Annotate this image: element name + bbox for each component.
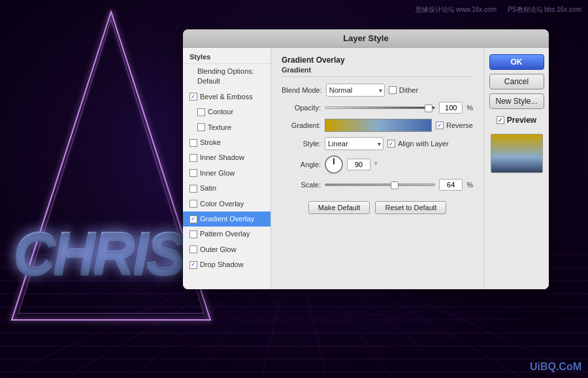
chris-text: CHRIS (13, 219, 183, 287)
angle-dial[interactable] (325, 155, 343, 174)
contour-checkbox[interactable] (197, 108, 205, 116)
stroke-checkbox[interactable] (189, 139, 197, 147)
color-overlay-checkbox[interactable] (189, 200, 197, 208)
section-subtitle: Gradient (282, 66, 473, 77)
satin-item[interactable]: Satin (183, 181, 270, 196)
pattern-overlay-label: Pattern Overlay (200, 229, 250, 239)
gradient-preview[interactable] (325, 119, 432, 132)
angle-row: Angle: ° (282, 155, 473, 174)
inner-shadow-label: Inner Shadow (200, 153, 244, 163)
layer-style-dialog: Layer Style Styles Blending Options: Def… (183, 29, 549, 289)
align-layer-label: Align with Layer (398, 140, 449, 148)
styles-list: Blending Options: Default Bevel & Emboss… (183, 64, 270, 289)
bottom-buttons: Make Default Reset to Default (282, 201, 473, 214)
gradient-overlay-item[interactable]: Gradient Overlay (183, 212, 270, 227)
stroke-item[interactable]: Stroke (183, 135, 270, 150)
outer-glow-checkbox[interactable] (189, 245, 197, 253)
blend-mode-dropdown[interactable]: Normal (326, 84, 385, 97)
angle-label: Angle: (282, 161, 321, 168)
opacity-unit: % (466, 104, 473, 112)
preview-label: Preview (507, 116, 536, 125)
scale-slider[interactable] (325, 183, 435, 186)
contour-label: Contour (208, 107, 233, 117)
opacity-row: Opacity: % (282, 102, 473, 114)
styles-panel: Styles Blending Options: Default Bevel &… (183, 48, 271, 289)
new-style-button[interactable]: New Style... (489, 93, 544, 109)
actions-panel: OK Cancel New Style... Preview (483, 48, 549, 289)
blending-options-label: Blending Options: Default (197, 67, 254, 85)
inner-shadow-checkbox[interactable] (189, 154, 197, 162)
watermark-bottom-right: UiBQ.CoM (530, 361, 581, 373)
ok-button[interactable]: OK (489, 54, 544, 70)
outer-glow-item[interactable]: Outer Glow (183, 242, 270, 257)
cancel-button[interactable]: Cancel (489, 74, 544, 89)
inner-glow-checkbox[interactable] (189, 169, 197, 177)
gradient-row: Gradient: Reverse (282, 119, 473, 132)
drop-shadow-label: Drop Shadow (200, 260, 244, 270)
reset-default-button[interactable]: Reset to Default (375, 201, 446, 214)
color-overlay-item[interactable]: Color Overlay (183, 197, 270, 212)
bevel-emboss-item[interactable]: Bevel & Emboss (183, 89, 270, 104)
reverse-option[interactable]: Reverse (436, 121, 473, 129)
styles-header: Styles (183, 48, 270, 64)
pattern-overlay-checkbox[interactable] (189, 230, 197, 238)
opacity-slider-thumb[interactable] (425, 104, 433, 112)
reverse-label: Reverse (446, 121, 473, 129)
blend-mode-label: Blend Mode: (282, 86, 322, 94)
bevel-emboss-label: Bevel & Emboss (200, 92, 253, 102)
blend-mode-value: Normal (329, 86, 352, 94)
preview-checkbox[interactable] (497, 116, 504, 124)
dialog-body: Styles Blending Options: Default Bevel &… (183, 48, 549, 289)
contour-item[interactable]: Contour (183, 104, 270, 119)
preview-option[interactable]: Preview (491, 113, 542, 127)
dialog-title: Layer Style (343, 33, 388, 43)
scale-row: Scale: % (282, 179, 473, 191)
dither-label: Dither (399, 86, 418, 94)
texture-checkbox[interactable] (197, 123, 205, 131)
bevel-emboss-checkbox[interactable] (189, 93, 197, 101)
inner-glow-item[interactable]: Inner Glow (183, 166, 270, 181)
reverse-checkbox[interactable] (436, 121, 444, 129)
drop-shadow-item[interactable]: Drop Shadow (183, 257, 270, 272)
options-panel: Gradient Overlay Gradient Blend Mode: No… (271, 48, 483, 289)
scale-label: Scale: (282, 181, 321, 189)
stroke-label: Stroke (200, 138, 221, 148)
opacity-slider[interactable] (325, 106, 435, 109)
preview-thumbnail (491, 134, 543, 173)
satin-checkbox[interactable] (189, 185, 197, 193)
gradient-label: Gradient: (282, 121, 321, 129)
dialog-titlebar: Layer Style (183, 29, 549, 48)
inner-shadow-item[interactable]: Inner Shadow (183, 150, 270, 165)
texture-label: Texture (208, 123, 231, 133)
outer-glow-label: Outer Glow (200, 245, 237, 255)
scale-input[interactable] (439, 179, 463, 191)
satin-label: Satin (200, 183, 216, 193)
gradient-overlay-label: Gradient Overlay (200, 214, 254, 224)
style-dropdown[interactable]: Linear (325, 137, 384, 150)
align-layer-checkbox[interactable] (387, 140, 395, 148)
angle-unit: ° (374, 161, 377, 168)
watermark-top-left: 思缘设计论坛 www.16x.com (416, 5, 497, 14)
dither-option[interactable]: Dither (389, 86, 418, 94)
make-default-button[interactable]: Make Default (308, 201, 370, 214)
texture-item[interactable]: Texture (183, 120, 270, 135)
pattern-overlay-item[interactable]: Pattern Overlay (183, 227, 270, 242)
opacity-label: Opacity: (282, 104, 321, 112)
style-label: Style: (282, 140, 321, 148)
blending-options-item[interactable]: Blending Options: Default (183, 64, 270, 89)
style-row: Style: Linear Align with Layer (282, 137, 473, 150)
color-overlay-label: Color Overlay (200, 199, 244, 209)
drop-shadow-checkbox[interactable] (189, 261, 197, 269)
inner-glow-label: Inner Glow (200, 168, 235, 178)
opacity-input[interactable] (439, 102, 463, 114)
dither-checkbox[interactable] (389, 86, 397, 94)
style-value: Linear (328, 140, 348, 148)
scale-unit: % (466, 181, 473, 189)
angle-input[interactable] (347, 159, 370, 170)
align-layer-option[interactable]: Align with Layer (387, 140, 449, 148)
blend-mode-row: Blend Mode: Normal Dither (282, 84, 473, 97)
watermark-top-right: PS教程论坛 bbs.16x.com (508, 5, 581, 14)
gradient-overlay-checkbox[interactable] (189, 215, 197, 223)
section-title: Gradient Overlay (282, 55, 473, 65)
scale-slider-thumb[interactable] (391, 181, 399, 189)
